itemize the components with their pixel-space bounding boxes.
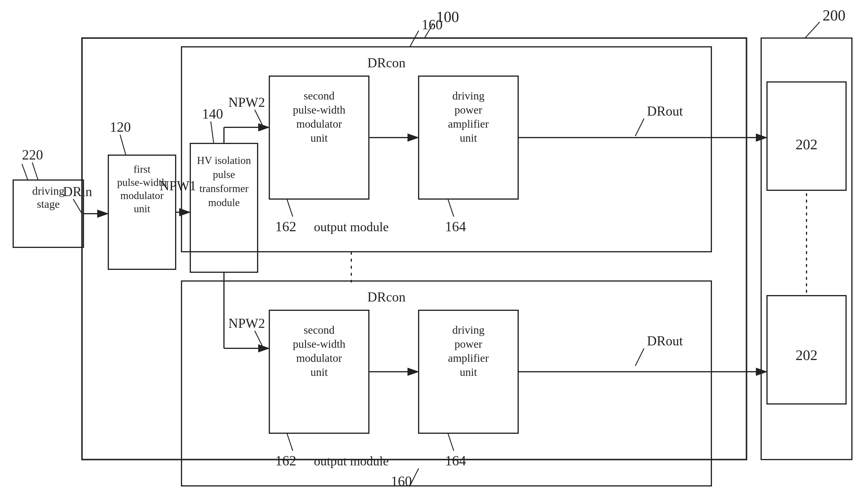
first-pwm-line4: unit (134, 203, 150, 215)
ref-200-label: 200 (823, 7, 845, 24)
svg-line-18 (635, 119, 644, 136)
svg-line-19 (635, 348, 644, 366)
svg-line-10 (287, 199, 293, 217)
svg-line-7 (32, 162, 38, 180)
ref-202-bot-label: 202 (796, 347, 818, 363)
ref-162-bot-label: 162 (275, 453, 296, 468)
damp-top-line2: power (455, 103, 483, 116)
output-module-bot-label: output module (314, 454, 389, 468)
npw2-bot-label: NPW2 (228, 316, 265, 331)
damp-bot-line2: power (455, 338, 483, 350)
drout-top-label: DRout (647, 103, 683, 119)
svg-line-35 (22, 164, 28, 180)
hv-iso-line2: pulse (213, 169, 235, 180)
spwm-bot-line1: second (304, 324, 335, 336)
drout-bot-label: DRout (647, 333, 683, 348)
svg-line-8 (120, 135, 126, 155)
output-module-top-label: output module (314, 220, 389, 234)
drin-label: DRin (63, 184, 92, 199)
drcon-top-label: DRcon (367, 55, 405, 70)
ref-160-bot-label: 160 (391, 473, 412, 489)
spwm-bot-line2: pulse-width (293, 338, 345, 350)
spwm-bot-line4: unit (310, 366, 328, 378)
ref-120-label: 120 (110, 119, 131, 135)
spwm-top-line3: modulator (296, 118, 342, 130)
ref-220-label: 220 (22, 147, 43, 162)
spwm-bot-line3: modulator (296, 352, 342, 364)
diagram-container: 100 160 160 200 202 202 driving stage 22… (0, 0, 868, 490)
damp-top-line1: driving (452, 90, 485, 102)
ref-164-bot-label: 164 (445, 453, 466, 468)
ref-160-top-label: 160 (422, 17, 443, 32)
first-pwm-line3: modulator (120, 190, 164, 202)
ref-162-top-label: 162 (275, 219, 296, 234)
drcon-bot-label: DRcon (367, 289, 405, 304)
damp-bot-line3: amplifier (448, 352, 489, 364)
svg-line-16 (255, 110, 264, 127)
npw1-label: NPW1 (159, 178, 196, 193)
spwm-top-line1: second (304, 90, 335, 102)
spwm-top-line4: unit (310, 132, 328, 144)
hv-iso-line3: transformer (199, 183, 249, 194)
svg-line-14 (73, 199, 82, 214)
damp-bot-line1: driving (452, 324, 485, 336)
ref-164-top-label: 164 (445, 219, 466, 234)
damp-bot-line4: unit (460, 366, 477, 378)
box-200 (761, 38, 852, 460)
svg-line-13 (448, 433, 454, 451)
spwm-top-line2: pulse-width (293, 103, 345, 116)
ref-202-top-label: 202 (796, 136, 818, 153)
svg-line-17 (255, 331, 264, 348)
driving-stage-line2: stage (37, 198, 60, 210)
ref-140-label: 140 (202, 106, 223, 121)
npw2-top-label: NPW2 (228, 95, 265, 110)
hv-iso-line4: module (208, 197, 240, 208)
svg-line-9 (211, 121, 214, 144)
svg-line-12 (287, 433, 293, 451)
first-pwm-line1: first (133, 163, 151, 175)
hv-iso-line1: HV isolation (197, 155, 251, 166)
driving-stage-line1: driving (32, 185, 64, 197)
svg-line-5 (805, 22, 820, 38)
damp-top-line3: amplifier (448, 118, 489, 130)
svg-line-11 (448, 199, 454, 217)
damp-top-line4: unit (460, 132, 477, 144)
